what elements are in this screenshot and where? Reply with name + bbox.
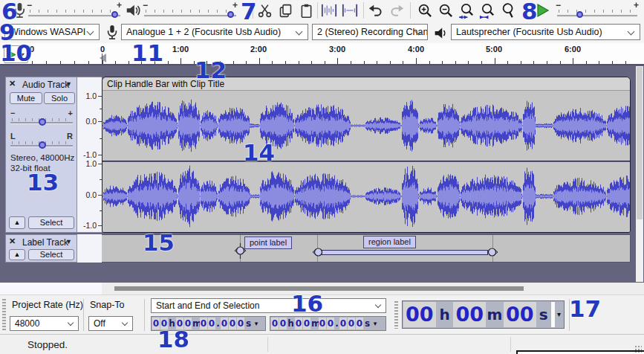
cut-button[interactable]: [256, 1, 273, 19]
time-cell[interactable]: 0: [160, 318, 168, 329]
time-cell[interactable]: .: [335, 318, 339, 329]
clip-handle-bar[interactable]: Clip Handle Bar with Clip Title: [103, 77, 630, 91]
recording-volume-thumb[interactable]: [111, 11, 118, 18]
ruler-tick: [507, 61, 508, 64]
undo-button[interactable]: [367, 1, 385, 19]
gain-thumb[interactable]: [39, 118, 46, 126]
zoom-toggle-button[interactable]: [499, 1, 517, 19]
silence-audio-button[interactable]: [341, 1, 359, 19]
label-track-select-button[interactable]: Select: [28, 249, 74, 260]
snap-to-select[interactable]: Off: [88, 316, 133, 331]
time-cell[interactable]: 0: [356, 318, 363, 329]
time-cell[interactable]: 0: [208, 318, 215, 329]
timeline-ruler[interactable]: 001:002:003:004:005:006:00: [0, 43, 644, 65]
time-cell[interactable]: s: [364, 318, 371, 329]
region-start-handle-icon[interactable]: [311, 245, 324, 260]
time-cell[interactable]: 0: [152, 318, 160, 329]
playback-volume-slider[interactable]: − +: [143, 1, 238, 20]
time-cell[interactable]: 0: [184, 318, 192, 329]
recording-device-select[interactable]: Analogue 1 + 2 (Focusrite Usb Audio): [121, 24, 308, 40]
time-cell[interactable]: 0: [200, 318, 207, 329]
recording-channels-select[interactable]: 2 (Stereo) Recording Chan: [312, 24, 428, 40]
collapse-track-button[interactable]: ▲: [9, 249, 25, 260]
paste-button[interactable]: [297, 1, 315, 19]
gain-slider[interactable]: − +: [10, 111, 73, 127]
zoom-selection-button[interactable]: [458, 1, 475, 19]
audio-host-select[interactable]: Windows WASAPI: [4, 24, 100, 40]
time-cell[interactable]: 0: [237, 318, 244, 329]
toolbar-separator: [317, 2, 318, 19]
resize-grip[interactable]: [634, 345, 642, 353]
time-cell[interactable]: m: [311, 318, 318, 329]
time-cell[interactable]: .: [216, 318, 220, 329]
horizontal-scrollbar[interactable]: [0, 283, 644, 295]
position-seconds[interactable]: 00: [504, 302, 536, 327]
playback-device-select[interactable]: Lautsprecher (Focusrite Usb Audio): [451, 24, 640, 40]
time-cell[interactable]: 0: [319, 318, 326, 329]
trim-audio-button[interactable]: [320, 1, 338, 19]
region-end-handle-icon[interactable]: [487, 245, 499, 260]
time-cell[interactable]: 0: [348, 318, 355, 329]
time-cell[interactable]: 0: [295, 318, 302, 329]
audio-position-display[interactable]: 00 h 00 m 00 s ▾: [402, 300, 565, 329]
region-label-bar[interactable]: [322, 250, 488, 255]
pan-slider[interactable]: L R: [10, 134, 73, 150]
horizontal-scrollbar-thumb[interactable]: [114, 286, 524, 291]
zoom-in-button[interactable]: [416, 1, 434, 19]
toolbar-grabber[interactable]: [394, 301, 398, 329]
vertical-scrollbar[interactable]: [636, 66, 643, 282]
zoom-out-button[interactable]: [437, 1, 455, 19]
pan-thumb[interactable]: [39, 141, 46, 149]
play-button[interactable]: [535, 1, 551, 19]
close-track-button[interactable]: ✕: [9, 79, 16, 88]
position-minutes[interactable]: 00: [453, 302, 486, 327]
format-dropdown-icon[interactable]: ▾: [555, 302, 563, 327]
position-hours[interactable]: 00: [403, 302, 436, 327]
audio-clip[interactable]: Clip Handle Bar with Clip Title: [102, 77, 631, 233]
selection-start-field[interactable]: 00h00m00.000s▾: [151, 316, 266, 331]
format-dropdown-icon[interactable]: ▾: [253, 318, 260, 329]
play-at-speed-slider[interactable]: − +: [556, 1, 639, 20]
toolbar-grabber[interactable]: [2, 299, 6, 331]
playhead-pin-icon[interactable]: [100, 54, 106, 62]
time-cell[interactable]: h: [169, 318, 175, 329]
time-cell[interactable]: 0: [176, 318, 183, 329]
time-cell[interactable]: h: [287, 318, 294, 329]
mute-button[interactable]: Mute: [10, 92, 42, 104]
play-at-speed-thumb[interactable]: [576, 11, 583, 18]
time-cell[interactable]: 0: [229, 318, 236, 329]
track-menu-arrow-icon[interactable]: ▼: [65, 238, 72, 245]
vertical-scale-ruler[interactable]: 1.00.0-1.01.00.0-1.0: [77, 77, 102, 233]
time-cell[interactable]: 0: [327, 318, 334, 329]
close-track-button[interactable]: ✕: [9, 236, 16, 246]
format-dropdown-icon[interactable]: ▾: [371, 318, 379, 329]
timeline-options-button[interactable]: [4, 45, 28, 63]
time-cell[interactable]: s: [245, 318, 252, 329]
redo-button[interactable]: [388, 1, 406, 19]
selection-range-mode-select[interactable]: Start and End of Selection: [151, 298, 386, 313]
audio-track-name[interactable]: Audio Track: [22, 80, 69, 90]
audio-track-select-button[interactable]: Select: [28, 216, 74, 229]
time-cell[interactable]: 0: [279, 318, 287, 329]
project-rate-select[interactable]: 48000: [10, 316, 79, 331]
collapse-track-button[interactable]: ▲: [9, 216, 25, 229]
slider-ticks: [559, 10, 636, 13]
region-label[interactable]: region label: [363, 236, 416, 248]
zoom-fit-button[interactable]: [478, 1, 496, 19]
label-track-name[interactable]: Label Track: [22, 237, 68, 248]
recording-volume-slider[interactable]: − +: [27, 1, 122, 20]
vertical-scrollbar-thumb[interactable]: [637, 67, 643, 219]
stereo-waveform[interactable]: [103, 91, 630, 232]
time-cell[interactable]: 0: [221, 318, 228, 329]
time-cell[interactable]: m: [192, 318, 199, 329]
time-cell[interactable]: 0: [339, 318, 347, 329]
playback-volume-thumb[interactable]: [227, 11, 234, 18]
track-menu-arrow-icon[interactable]: ▼: [65, 80, 72, 88]
label-track-body[interactable]: point label region label: [102, 234, 631, 263]
time-cell[interactable]: 0: [271, 318, 279, 329]
time-cell[interactable]: 0: [303, 318, 310, 329]
solo-button[interactable]: Solo: [44, 92, 75, 104]
point-label[interactable]: point label: [244, 236, 292, 249]
selection-end-field[interactable]: 00h00m00.000s▾: [270, 316, 386, 331]
copy-button[interactable]: [276, 1, 294, 19]
